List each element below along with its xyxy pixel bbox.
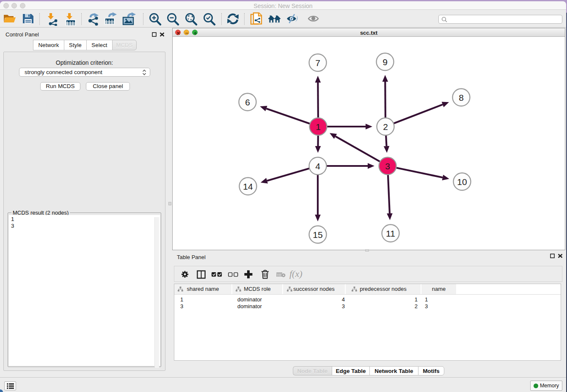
svg-text:10: 10: [457, 177, 467, 187]
svg-text:11: 11: [386, 229, 395, 238]
svg-text:14: 14: [243, 182, 253, 191]
svg-text:15: 15: [313, 230, 322, 240]
svg-text:4: 4: [315, 161, 320, 171]
svg-text:1: 1: [316, 122, 321, 132]
svg-text:6: 6: [245, 97, 250, 107]
svg-text:3: 3: [385, 161, 390, 171]
svg-text:8: 8: [459, 93, 464, 102]
svg-text:2: 2: [383, 122, 388, 132]
svg-text:7: 7: [315, 58, 320, 68]
svg-text:9: 9: [383, 57, 388, 67]
